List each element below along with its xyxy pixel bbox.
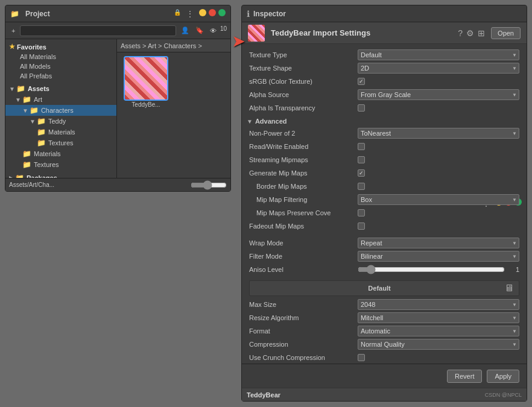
max-size-value: 2048 bbox=[358, 299, 519, 310]
fadeout-checkbox[interactable] bbox=[358, 222, 365, 230]
teddybear-thumbnail bbox=[125, 57, 167, 99]
non-power-label: Non-Power of 2 bbox=[249, 130, 358, 137]
alpha-transparency-value bbox=[358, 104, 519, 112]
teddybear-label: TeddyBe... bbox=[122, 101, 170, 108]
texture-type-dropdown-wrap: Default bbox=[358, 49, 519, 60]
border-mip-checkbox[interactable] bbox=[358, 183, 365, 190]
platform-row: Default 🖥 bbox=[249, 280, 519, 296]
art-label: Art bbox=[34, 96, 42, 103]
settings-icon[interactable]: ⚙ bbox=[466, 28, 474, 38]
texture-shape-label: Texture Shape bbox=[249, 65, 358, 72]
zoom-slider-wrap bbox=[191, 180, 227, 190]
crunch-checkbox[interactable] bbox=[358, 354, 365, 361]
apply-button[interactable]: Apply bbox=[487, 370, 519, 383]
textures-under-teddy[interactable]: 📁 Textures bbox=[5, 137, 116, 148]
close-button[interactable] bbox=[209, 9, 216, 16]
characters-folder-icon: 📁 bbox=[30, 106, 39, 115]
format-dropdown[interactable]: Automatic bbox=[358, 326, 519, 336]
compression-dropdown-wrap: Normal Quality bbox=[358, 339, 519, 350]
mip-filtering-dropdown[interactable]: Box bbox=[358, 194, 519, 205]
aniso-value: 1 bbox=[358, 265, 519, 274]
alpha-source-dropdown-wrap: From Gray Scale bbox=[358, 89, 519, 100]
texture-type-dropdown[interactable]: Default bbox=[358, 49, 519, 60]
project-folder-icon: 📁 bbox=[10, 10, 19, 18]
characters-item[interactable]: ▼ 📁 Characters bbox=[5, 105, 116, 116]
all-materials-item[interactable]: All Materials bbox=[5, 52, 116, 62]
inspector-header: TeddyBear Import Settings ? ⚙ ⊞ Open bbox=[242, 22, 527, 44]
teddy-item[interactable]: ▼ 📁 Teddy bbox=[5, 116, 116, 127]
monitor-icon: 🖥 bbox=[504, 283, 514, 294]
wrap-mode-row: Wrap Mode Repeat bbox=[249, 237, 519, 249]
all-prefabs-item[interactable]: All Prefabs bbox=[5, 71, 116, 81]
advanced-section-header[interactable]: ▼ Advanced bbox=[247, 118, 519, 125]
characters-arrow: ▼ bbox=[22, 107, 28, 114]
assets-section[interactable]: ▼ 📁 Assets bbox=[5, 83, 116, 94]
streaming-row: Streaming Mipmaps bbox=[249, 154, 519, 166]
asset-title: TeddyBear Import Settings bbox=[271, 28, 452, 37]
view-icon-3[interactable]: 👁 bbox=[207, 25, 219, 36]
revert-button[interactable]: Revert bbox=[447, 370, 482, 383]
gen-mip-row: Generate Mip Maps bbox=[249, 167, 519, 179]
add-button[interactable]: + bbox=[9, 26, 17, 36]
alpha-source-dropdown[interactable]: From Gray Scale bbox=[358, 89, 519, 100]
non-power-dropdown[interactable]: ToNearest bbox=[358, 128, 519, 139]
texture-shape-value: 2D bbox=[358, 63, 519, 74]
filter-mode-dropdown[interactable]: Bilinear bbox=[358, 251, 519, 262]
format-label: Format bbox=[249, 327, 358, 335]
assets-grid: TeddyBe... bbox=[117, 52, 230, 178]
srgb-label: sRGB (Color Texture) bbox=[249, 78, 358, 85]
materials2-folder-icon: 📁 bbox=[22, 150, 31, 158]
question-icon[interactable]: ? bbox=[458, 28, 463, 38]
compression-dropdown[interactable]: Normal Quality bbox=[358, 339, 519, 350]
wrap-mode-dropdown[interactable]: Repeat bbox=[358, 238, 519, 248]
wrap-mode-label: Wrap Mode bbox=[249, 239, 358, 247]
textures2-label: Textures bbox=[34, 161, 59, 168]
fadeout-row: Fadeout Mip Maps bbox=[249, 220, 519, 232]
max-size-row: Max Size 2048 bbox=[249, 298, 519, 311]
search-input[interactable] bbox=[20, 25, 176, 36]
assets-panel: Assets > Art > Characters > TeddyBe... bbox=[117, 39, 230, 178]
maximize-button[interactable] bbox=[218, 9, 226, 16]
zoom-slider[interactable] bbox=[191, 180, 227, 190]
all-materials-label: All Materials bbox=[20, 53, 56, 60]
textures-item[interactable]: 📁 Textures bbox=[5, 159, 116, 170]
assets-folder-icon: 📁 bbox=[16, 84, 25, 93]
teddybear-pattern bbox=[125, 57, 167, 99]
textures2-folder-icon: 📁 bbox=[22, 160, 31, 169]
materials-folder-icon: 📁 bbox=[37, 128, 46, 136]
materials-under-teddy[interactable]: 📁 Materials bbox=[5, 127, 116, 137]
srgb-checkbox[interactable] bbox=[358, 78, 365, 85]
format-row: Format Automatic bbox=[249, 325, 519, 337]
alpha-transparency-checkbox[interactable] bbox=[358, 104, 365, 112]
gen-mip-value bbox=[358, 169, 519, 177]
max-size-dropdown-wrap: 2048 bbox=[358, 299, 519, 310]
view-icon-1[interactable]: 👤 bbox=[179, 25, 192, 36]
streaming-checkbox[interactable] bbox=[358, 156, 365, 163]
materials2-label: Materials bbox=[34, 150, 61, 157]
mip-preserve-checkbox[interactable] bbox=[358, 209, 365, 216]
packages-section[interactable]: ▶ 📁 Packages bbox=[5, 172, 116, 178]
teddybear-asset[interactable]: TeddyBe... bbox=[122, 57, 170, 108]
teddy-label: Teddy bbox=[48, 118, 66, 125]
mip-preserve-value bbox=[358, 209, 519, 216]
max-size-dropdown[interactable]: 2048 bbox=[358, 299, 519, 310]
favorites-label: Favorites bbox=[17, 43, 46, 51]
view-controls: 👤 🔖 👁 10 bbox=[179, 25, 227, 36]
minimize-button[interactable] bbox=[199, 9, 206, 16]
header-icons: ? ⚙ ⊞ bbox=[458, 28, 485, 38]
read-write-checkbox[interactable] bbox=[358, 143, 365, 150]
compression-label: Compression bbox=[249, 341, 358, 348]
open-button[interactable]: Open bbox=[491, 27, 521, 39]
aniso-slider[interactable] bbox=[358, 265, 505, 274]
gen-mip-checkbox[interactable] bbox=[358, 169, 365, 177]
art-item[interactable]: ▼ 📁 Art bbox=[5, 94, 116, 105]
texture-shape-dropdown[interactable]: 2D bbox=[358, 63, 519, 74]
gen-mip-label: Generate Mip Maps bbox=[249, 169, 358, 177]
all-models-item[interactable]: All Models bbox=[5, 62, 116, 71]
favorites-section[interactable]: ★ Favorites bbox=[5, 42, 116, 52]
inspector-tab: Inspector bbox=[253, 10, 286, 18]
layout-icon[interactable]: ⊞ bbox=[478, 28, 485, 38]
resize-dropdown[interactable]: Mitchell bbox=[358, 312, 519, 323]
view-icon-2[interactable]: 🔖 bbox=[193, 25, 206, 36]
materials-item[interactable]: 📁 Materials bbox=[5, 148, 116, 159]
